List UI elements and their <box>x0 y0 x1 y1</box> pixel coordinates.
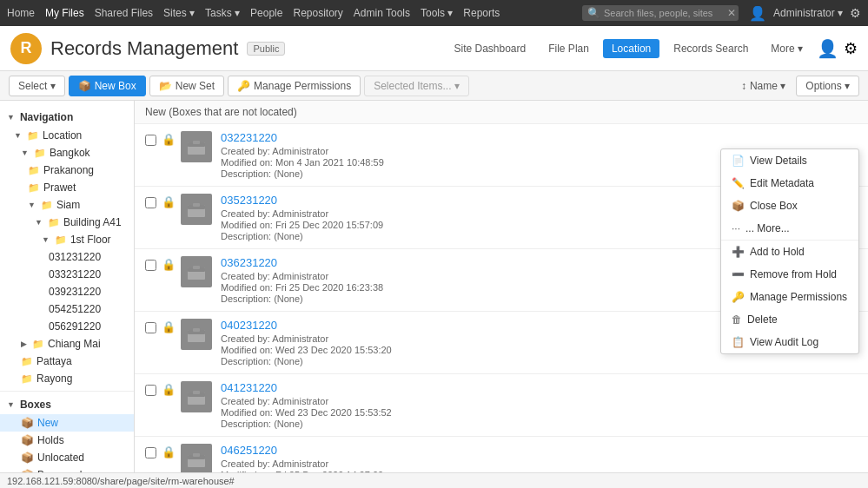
nav-sites[interactable]: Sites ▾ <box>163 7 195 19</box>
search-bar[interactable]: 🔍 ✕ <box>582 5 739 21</box>
new-box-icon: 📦 <box>78 80 91 92</box>
new-set-button[interactable]: 📂 New Set <box>149 76 224 96</box>
nav-site-dashboard[interactable]: Site Dashboard <box>445 39 534 58</box>
sort-label: Name ▾ <box>750 80 785 92</box>
ctx-remove-from-hold[interactable]: ➖ Remove from Hold <box>721 263 858 286</box>
prakanong-label: Prakanong <box>43 164 94 176</box>
item-checkbox-2[interactable] <box>145 260 156 271</box>
top-navigation: Home My Files Shared Files Sites ▾ Tasks… <box>0 0 868 26</box>
search-input[interactable] <box>604 8 724 18</box>
sidebar-056291220[interactable]: 056291220 <box>0 318 134 335</box>
nav-file-plan[interactable]: File Plan <box>540 39 598 58</box>
item-checkbox-3[interactable] <box>145 322 156 333</box>
sidebar-building-a41[interactable]: ▼ 📁 Building A41 <box>0 214 134 231</box>
sidebar-holds[interactable]: 📦 Holds <box>0 432 134 449</box>
sidebar-033231220[interactable]: 033231220 <box>0 266 134 283</box>
select-button[interactable]: Select ▾ <box>9 76 65 96</box>
audit-log-icon: 📋 <box>732 336 745 348</box>
ctx-add-to-hold[interactable]: ➕ Add to Hold <box>721 240 858 263</box>
ctx-delete[interactable]: 🗑 Delete <box>721 308 858 331</box>
content-area: New (Boxes that are not located) 🔒 03223… <box>135 101 868 488</box>
nav-shared-files[interactable]: Shared Files <box>95 7 153 19</box>
nav-location[interactable]: Location <box>603 39 659 58</box>
nav-more[interactable]: More ▾ <box>762 39 812 58</box>
site-logo: R <box>10 33 42 64</box>
nav-tools[interactable]: Tools ▾ <box>421 7 453 19</box>
sidebar-1st-floor[interactable]: ▼ 📁 1st Floor <box>0 231 134 248</box>
building-folder-icon: 📁 <box>48 217 60 228</box>
sidebar-pattaya[interactable]: 📁 Pattaya <box>0 353 134 370</box>
sidebar-location[interactable]: ▼ 📁 Location <box>0 127 134 144</box>
status-url: 192.168.121.59:8080/share/page/site/rm-w… <box>7 476 235 486</box>
boxes-section: ▼ Boxes <box>0 395 134 414</box>
new-box-button[interactable]: 📦 New Box <box>69 76 146 96</box>
sidebar-prakanong[interactable]: 📁 Prakanong <box>0 162 134 179</box>
nav-repository[interactable]: Repository <box>293 7 342 19</box>
chiangmai-label: Chiang Mai <box>48 338 101 350</box>
new-set-icon: 📂 <box>159 80 172 92</box>
prakanong-folder-icon: 📁 <box>28 165 40 176</box>
ctx-view-audit-log[interactable]: 📋 View Audit Log <box>721 331 858 353</box>
unlocated-icon: 📦 <box>21 452 34 464</box>
content-header-text: New (Boxes that are not located) <box>145 106 297 118</box>
select-label: Select ▾ <box>18 80 56 92</box>
box-icon-4 <box>181 381 212 412</box>
remove-from-hold-icon: ➖ <box>732 268 745 280</box>
boxes-arrow: ▼ <box>7 400 15 409</box>
nav-people[interactable]: People <box>250 7 282 19</box>
selected-items-label: Selected Items... ▾ <box>374 80 460 92</box>
avatar-icon[interactable]: 👤 <box>817 38 838 59</box>
item-title-0[interactable]: 032231220 <box>221 131 858 144</box>
ctx-edit-metadata[interactable]: ✏️ Edit Metadata <box>721 172 858 195</box>
box-icon-1 <box>181 194 212 225</box>
list-item[interactable]: 🔒 041231220 Created by: Administrator Mo… <box>135 374 868 437</box>
pattaya-folder-icon: 📁 <box>21 356 33 367</box>
manage-permissions-button[interactable]: 🔑 Manage Permissions <box>228 76 361 96</box>
item-info-4: 041231220 Created by: Administrator Modi… <box>221 381 858 429</box>
ctx-close-box[interactable]: 📦 Close Box <box>721 195 858 217</box>
item-title-5[interactable]: 046251220 <box>221 444 858 457</box>
search-clear-icon[interactable]: ✕ <box>727 7 736 19</box>
new-icon: 📦 <box>21 417 34 429</box>
item-checkbox-1[interactable] <box>145 197 156 208</box>
sidebar-new[interactable]: 📦 New <box>0 414 134 432</box>
item-checkbox-4[interactable] <box>145 385 156 396</box>
navigation-label: Navigation <box>20 111 73 123</box>
sidebar-039231220[interactable]: 039231220 <box>0 283 134 300</box>
nav-tasks[interactable]: Tasks ▾ <box>205 7 240 19</box>
siam-folder-icon: 📁 <box>41 200 53 211</box>
nav-my-files[interactable]: My Files <box>45 7 84 19</box>
item-checkbox-5[interactable] <box>145 447 156 458</box>
settings-gear-icon[interactable]: ⚙ <box>844 39 858 58</box>
settings-icon[interactable]: ⚙ <box>850 6 861 20</box>
nav-admin-tools[interactable]: Admin Tools <box>354 7 410 19</box>
nav-reports[interactable]: Reports <box>463 7 500 19</box>
sidebar-siam[interactable]: ▼ 📁 Siam <box>0 196 134 214</box>
building-label: Building A41 <box>63 216 122 228</box>
sidebar-chiangmai[interactable]: ▶ 📁 Chiang Mai <box>0 335 134 353</box>
selected-items-dropdown[interactable]: Selected Items... ▾ <box>364 76 469 96</box>
item-checkbox-0[interactable] <box>145 135 156 146</box>
ctx-more[interactable]: ··· ... More... <box>721 217 858 240</box>
nav-home[interactable]: Home <box>7 7 35 19</box>
admin-label[interactable]: Administrator ▾ <box>773 7 843 19</box>
add-to-hold-icon: ➕ <box>732 246 745 258</box>
options-button[interactable]: Options ▾ <box>796 76 859 96</box>
sidebar-bangkok[interactable]: ▼ 📁 Bangkok <box>0 144 134 162</box>
location-arrow: ▼ <box>14 131 22 140</box>
sidebar-rayong[interactable]: 📁 Rayong <box>0 370 134 387</box>
sidebar-prawet[interactable]: 📁 Prawet <box>0 179 134 196</box>
unlocated-label: Unlocated <box>37 452 84 464</box>
ctx-view-details[interactable]: 📄 View Details <box>721 149 858 172</box>
sort-button[interactable]: ↕ Name ▾ <box>734 76 792 96</box>
more-icon: ··· <box>732 222 740 234</box>
nav-records-search[interactable]: Records Search <box>665 39 757 58</box>
sidebar-054251220[interactable]: 054251220 <box>0 300 134 318</box>
sidebar-031231220[interactable]: 031231220 <box>0 248 134 266</box>
context-menu: 📄 View Details ✏️ Edit Metadata 📦 Close … <box>720 148 859 354</box>
sidebar-unlocated[interactable]: 📦 Unlocated <box>0 449 134 466</box>
item-title-4[interactable]: 041231220 <box>221 381 858 394</box>
item-desc-3: Description: (None) <box>221 356 858 366</box>
prawet-folder-icon: 📁 <box>28 182 40 194</box>
ctx-manage-permissions[interactable]: 🔑 Manage Permissions <box>721 286 858 308</box>
